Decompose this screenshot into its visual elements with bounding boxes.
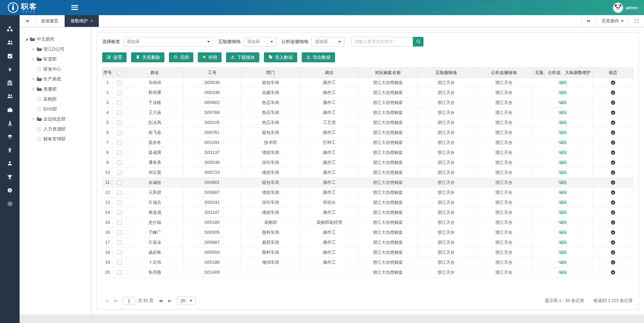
hamburger-menu-icon[interactable] — [71, 4, 78, 11]
row-checkbox[interactable] — [117, 91, 122, 95]
tab-1[interactable]: 欢迎首页 — [35, 15, 65, 27]
search-input[interactable] — [351, 37, 413, 46]
approval-icon[interactable] — [0, 49, 20, 63]
row-checkbox[interactable] — [117, 140, 122, 145]
page-number-input[interactable] — [123, 297, 135, 305]
edit-link[interactable]: 编辑 — [559, 180, 567, 185]
tree-node-6[interactable]: 质量部 — [20, 84, 91, 94]
edit-link[interactable]: 编辑 — [559, 120, 567, 125]
next-page-icon[interactable] — [157, 297, 165, 305]
edit-link[interactable]: 编辑 — [559, 260, 567, 265]
tree-caret-icon[interactable] — [31, 48, 36, 51]
settings-icon[interactable] — [0, 197, 20, 210]
search-button[interactable] — [413, 37, 423, 46]
performance-icon[interactable] — [0, 170, 20, 184]
tree-caret-icon[interactable] — [31, 117, 36, 121]
training-icon[interactable] — [0, 130, 20, 143]
edit-link[interactable]: 编辑 — [559, 230, 567, 235]
edit-link[interactable]: 编辑 — [559, 210, 567, 215]
tree-node-11[interactable]: 财务管理部 — [20, 134, 91, 144]
staff-icon[interactable] — [0, 90, 20, 103]
row-checkbox[interactable] — [117, 111, 122, 115]
tree-node-2[interactable]: 浙江D公司 — [20, 44, 91, 54]
page-size-select[interactable]: 20 — [177, 296, 196, 305]
tabs-scroll-left-icon[interactable] — [20, 15, 35, 27]
tree-node-10[interactable]: 人力资源部 — [20, 124, 91, 134]
select-all-checkbox[interactable] — [117, 71, 122, 75]
edit-link[interactable]: 编辑 — [559, 220, 567, 225]
fund-area-select[interactable]: 请选择 — [311, 37, 344, 46]
tabs-scroll-right-icon[interactable] — [581, 15, 596, 27]
row-checkbox[interactable] — [117, 121, 122, 125]
avatar[interactable] — [613, 3, 623, 13]
edit-link[interactable]: 编辑 — [559, 110, 567, 115]
fullscreen-icon[interactable] — [629, 15, 644, 27]
row-checkbox[interactable] — [117, 230, 122, 235]
edit-link[interactable]: 编辑 — [559, 150, 567, 155]
row-checkbox[interactable] — [117, 131, 122, 135]
row-checkbox[interactable] — [117, 180, 122, 185]
tree-caret-icon[interactable] — [31, 77, 36, 81]
user-menu[interactable]: admin — [613, 3, 638, 13]
row-checkbox[interactable] — [117, 150, 122, 155]
first-page-icon[interactable] — [103, 297, 111, 305]
modules-icon[interactable] — [0, 22, 20, 36]
edit-link[interactable]: 编辑 — [559, 140, 567, 145]
download-button[interactable]: 下载模块 — [226, 52, 259, 62]
org-users-icon[interactable] — [0, 36, 20, 49]
row-checkbox[interactable] — [117, 81, 122, 85]
tree-node-1[interactable]: 中元易尚 — [20, 34, 91, 44]
edit-link[interactable]: 编辑 — [559, 270, 567, 275]
stop-x-button[interactable]: 停用 — [198, 52, 222, 62]
export-button[interactable]: 导出数据 — [302, 52, 335, 62]
row-checkbox[interactable] — [117, 101, 122, 105]
row-checkbox[interactable] — [117, 250, 122, 255]
tab-operations-dropdown[interactable]: 页签操作 — [596, 15, 629, 27]
edit-link[interactable]: 编辑 — [559, 200, 567, 205]
tree-node-7[interactable]: 采购部 — [20, 94, 91, 104]
edit-link[interactable]: 编辑 — [559, 240, 567, 245]
tree-node-9[interactable]: 企划信息部 — [20, 114, 91, 124]
tree-node-5[interactable]: 生产系统 — [20, 74, 91, 84]
tree-node-4[interactable]: 研发中心 — [20, 64, 91, 74]
edit-link[interactable]: 编辑 — [559, 160, 567, 165]
growth-icon[interactable] — [0, 143, 20, 157]
salary-icon[interactable]: ¥ — [0, 63, 20, 76]
tree-caret-icon[interactable] — [24, 38, 29, 41]
row-checkbox[interactable] — [117, 220, 122, 225]
work-icon[interactable] — [0, 103, 20, 116]
prev-page-icon[interactable] — [111, 297, 119, 305]
row-checkbox[interactable] — [117, 200, 122, 205]
row-checkbox[interactable] — [117, 160, 122, 165]
info-icon[interactable] — [0, 184, 20, 197]
row-checkbox[interactable] — [117, 170, 122, 175]
row-checkbox[interactable] — [117, 210, 122, 215]
import-button[interactable]: 导入数据 — [264, 52, 297, 62]
edit-button[interactable]: 设置 — [102, 52, 127, 62]
tree-caret-icon[interactable] — [31, 58, 36, 61]
last-page-icon[interactable] — [165, 297, 174, 305]
tab-2[interactable]: 基数维护× — [65, 15, 99, 27]
close-tab-icon[interactable]: × — [90, 19, 93, 23]
trash-button[interactable]: 关系删除 — [131, 52, 164, 62]
power-button[interactable]: 启用 — [169, 52, 193, 62]
edit-link[interactable]: 编辑 — [559, 100, 567, 105]
insurance-icon[interactable] — [0, 76, 20, 90]
edit-link[interactable]: 编辑 — [559, 250, 567, 255]
row-checkbox[interactable] — [117, 270, 122, 275]
edit-link[interactable]: 编辑 — [559, 130, 567, 135]
edit-link[interactable]: 编辑 — [559, 80, 567, 85]
row-checkbox[interactable] — [117, 190, 122, 195]
social-area-select[interactable]: 请选择 — [244, 37, 277, 46]
tree-caret-icon[interactable] — [31, 87, 36, 91]
tree-node-3[interactable]: 军需部 — [20, 54, 91, 64]
edit-link[interactable]: 编辑 — [559, 190, 567, 195]
row-checkbox[interactable] — [117, 260, 122, 265]
account-select[interactable]: 请选择 — [123, 37, 213, 46]
location-icon[interactable] — [0, 116, 20, 130]
edit-link[interactable]: 编辑 — [559, 90, 567, 95]
tree-node-8[interactable]: EHS部 — [20, 104, 91, 114]
profile-icon[interactable] — [0, 157, 20, 170]
edit-link[interactable]: 编辑 — [559, 170, 567, 175]
row-checkbox[interactable] — [117, 240, 122, 245]
